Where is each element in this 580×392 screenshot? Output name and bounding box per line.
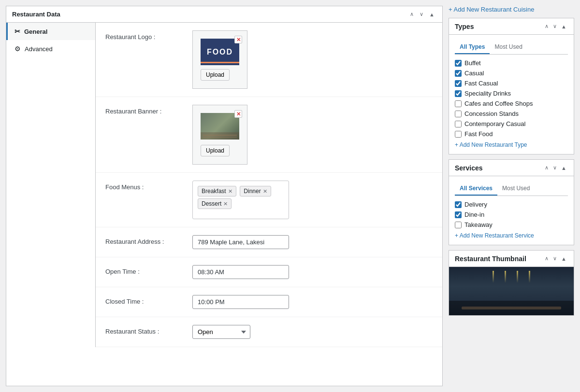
field-open-time — [192, 265, 433, 279]
label-food-menus: Food Menus : — [105, 181, 183, 191]
checkbox-fast-food-label: Fast Food — [464, 130, 493, 138]
thumbnail-panel-header: Restaurant Thumbnail ∧ ∨ ▲ — [449, 251, 574, 267]
panel-down-button[interactable]: ∨ — [418, 10, 425, 18]
tag-dessert: Dessert ✕ — [198, 198, 232, 209]
closed-time-input[interactable] — [192, 295, 289, 309]
add-type-link[interactable]: + Add New Restaurant Type — [455, 141, 568, 148]
services-panel-controls: ∧ ∨ ▲ — [543, 164, 568, 172]
checkbox-item-delivery[interactable]: Delivery — [455, 201, 568, 208]
thumbnail-collapse-button[interactable]: ▲ — [560, 254, 568, 263]
field-restaurant-banner: ✕ Upload — [192, 105, 433, 165]
checkbox-item-cafes[interactable]: Cafes and Coffee Shops — [455, 100, 568, 107]
checkbox-takeaway-label: Takeaway — [464, 221, 493, 228]
checkbox-fast-casual-label: Fast Casual — [464, 80, 498, 87]
panel-up-button[interactable]: ∧ — [408, 10, 416, 18]
sidebar-item-advanced[interactable]: ⚙ Advanced — [6, 40, 95, 57]
checkbox-item-fast-casual[interactable]: Fast Casual — [455, 80, 568, 87]
checkbox-dine-in[interactable] — [455, 211, 462, 218]
types-up-button[interactable]: ∧ — [543, 22, 550, 30]
right-sidebar: + Add New Restaurant Cuisine Types ∧ ∨ ▲… — [449, 6, 574, 386]
checkbox-item-casual[interactable]: Casual — [455, 70, 568, 77]
logo-image-box: FOOD ✕ Upload — [192, 30, 247, 89]
services-up-button[interactable]: ∧ — [543, 164, 550, 172]
restaurant-thumbnail-image — [449, 267, 574, 315]
tag-breakfast-label: Breakfast — [202, 188, 226, 195]
tag-breakfast-remove[interactable]: ✕ — [228, 188, 232, 195]
banner-thumbnail — [201, 113, 239, 140]
banner-remove-button[interactable]: ✕ — [234, 110, 242, 118]
logo-remove-button[interactable]: ✕ — [234, 36, 242, 43]
thumbnail-panel-title: Restaurant Thumbnail — [455, 255, 526, 263]
label-closed-time: Closed Time : — [105, 295, 183, 305]
label-restaurant-logo: Restaurant Logo : — [105, 30, 183, 41]
checkbox-cafes[interactable] — [455, 100, 462, 107]
tab-all-services[interactable]: All Services — [455, 182, 497, 196]
checkbox-item-buffet[interactable]: Buffet — [455, 59, 568, 67]
field-restaurant-logo: FOOD ✕ Upload — [192, 30, 433, 89]
types-panel: Types ∧ ∨ ▲ All Types Most Used Buffet — [449, 18, 574, 154]
checkbox-contemporary-label: Contemporary Casual — [464, 120, 525, 127]
checkbox-item-speciality-drinks[interactable]: Speciality Drinks — [455, 90, 568, 97]
restaurant-status-select[interactable]: Open Closed Temporarily Closed — [192, 325, 250, 339]
field-food-menus: Breakfast ✕ Dinner ✕ Dessert ✕ — [192, 181, 433, 219]
services-panel-header: Services ∧ ∨ ▲ — [449, 160, 574, 176]
checkbox-delivery-label: Delivery — [464, 201, 487, 208]
open-time-input[interactable] — [192, 265, 289, 279]
restaurant-address-input[interactable] — [192, 235, 289, 249]
checkbox-fast-casual[interactable] — [455, 80, 462, 87]
thumbnail-down-button[interactable]: ∨ — [551, 254, 558, 263]
label-restaurant-status: Restaurant Status : — [105, 325, 183, 335]
add-service-link[interactable]: + Add New Restaurant Service — [455, 232, 568, 239]
checkbox-contemporary[interactable] — [455, 121, 462, 127]
logo-upload-button[interactable]: Upload — [201, 69, 230, 81]
logo-thumbnail: FOOD — [201, 39, 239, 65]
types-panel-header: Types ∧ ∨ ▲ — [449, 18, 574, 35]
services-down-button[interactable]: ∨ — [551, 164, 558, 172]
sidebar-item-general[interactable]: ✂ General — [6, 23, 95, 40]
tag-breakfast: Breakfast ✕ — [198, 186, 236, 196]
checkbox-delivery[interactable] — [455, 201, 462, 208]
services-panel-title: Services — [455, 164, 483, 172]
checkbox-item-dine-in[interactable]: Dine-in — [455, 211, 568, 218]
panel-title: Restaurant Data — [12, 11, 60, 18]
gear-icon: ⚙ — [14, 45, 21, 53]
thumbnail-panel-body — [449, 267, 574, 315]
tab-most-used-types[interactable]: Most Used — [490, 41, 527, 54]
food-text: FOOD — [207, 48, 233, 56]
thumbnail-up-button[interactable]: ∧ — [543, 254, 550, 263]
banner-upload-button[interactable]: Upload — [201, 145, 230, 156]
tag-dinner-remove[interactable]: ✕ — [263, 188, 267, 195]
panel-collapse-button[interactable]: ▲ — [427, 10, 436, 18]
checkbox-item-concession[interactable]: Concession Stands — [455, 110, 568, 117]
tab-most-used-services[interactable]: Most Used — [497, 182, 535, 196]
label-restaurant-banner: Restaurant Banner : — [105, 105, 183, 115]
checkbox-buffet[interactable] — [455, 60, 462, 67]
services-collapse-button[interactable]: ▲ — [560, 164, 568, 172]
types-collapse-button[interactable]: ▲ — [560, 22, 568, 30]
checkbox-casual[interactable] — [455, 70, 462, 77]
tag-dessert-remove[interactable]: ✕ — [223, 201, 228, 207]
services-panel-body: All Services Most Used Delivery Dine-in … — [449, 176, 574, 245]
types-panel-body: All Types Most Used Buffet Casual Fast C… — [449, 35, 574, 154]
tab-all-types[interactable]: All Types — [455, 41, 490, 54]
types-panel-controls: ∧ ∨ ▲ — [543, 22, 568, 30]
form-row-food-menus: Food Menus : Breakfast ✕ Dinner ✕ — [96, 173, 442, 227]
panel-header: Restaurant Data ∧ ∨ ▲ — [6, 6, 442, 23]
field-restaurant-address — [192, 235, 433, 249]
checkbox-concession[interactable] — [455, 111, 462, 117]
food-menus-tag-area[interactable]: Breakfast ✕ Dinner ✕ Dessert ✕ — [192, 181, 289, 219]
form-row-open-time: Open Time : — [96, 257, 442, 287]
checkbox-fast-food[interactable] — [455, 131, 462, 138]
add-cuisine-link[interactable]: + Add New Restaurant Cuisine — [449, 6, 534, 13]
sidebar: ✂ General ⚙ Advanced — [6, 23, 96, 347]
label-open-time: Open Time : — [105, 265, 183, 275]
checkbox-cafes-label: Cafes and Coffee Shops — [464, 100, 533, 107]
checkbox-takeaway[interactable] — [455, 222, 462, 228]
types-down-button[interactable]: ∨ — [551, 22, 558, 30]
thumbnail-panel-controls: ∧ ∨ ▲ — [543, 254, 568, 263]
checkbox-item-fast-food[interactable]: Fast Food — [455, 130, 568, 138]
checkbox-item-takeaway[interactable]: Takeaway — [455, 221, 568, 228]
checkbox-speciality-drinks[interactable] — [455, 90, 462, 97]
checkbox-item-contemporary[interactable]: Contemporary Casual — [455, 120, 568, 127]
sidebar-item-advanced-label: Advanced — [25, 45, 53, 53]
